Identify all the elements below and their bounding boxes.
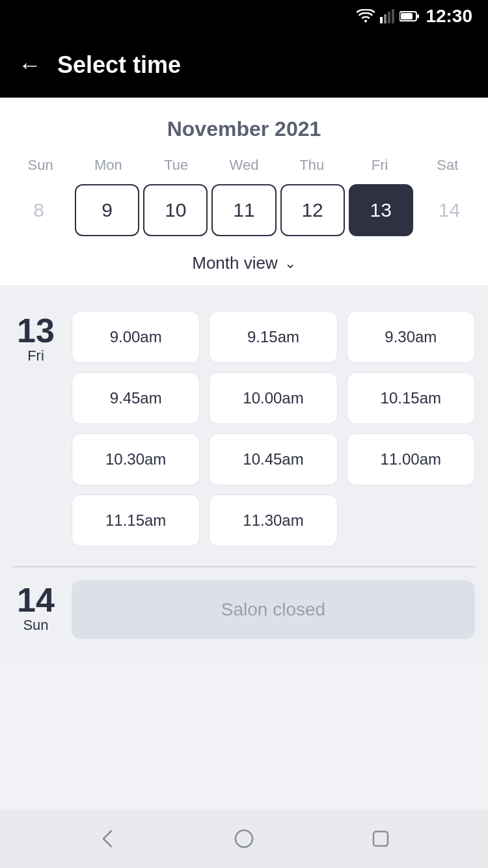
day-12[interactable]: 12 bbox=[280, 184, 345, 236]
day-header-fri: Fri bbox=[346, 152, 413, 179]
day-name-13: Fri bbox=[27, 347, 44, 364]
day-14[interactable]: 14 bbox=[417, 184, 481, 236]
signal-icon bbox=[380, 9, 394, 23]
slot-930am[interactable]: 9.30am bbox=[347, 311, 475, 363]
back-button[interactable]: ← bbox=[18, 51, 42, 79]
nav-home-button[interactable] bbox=[231, 826, 257, 852]
svg-point-0 bbox=[364, 20, 367, 23]
wifi-icon bbox=[357, 9, 375, 23]
day-header-sun: Sun bbox=[7, 152, 74, 179]
day-name-14: Sun bbox=[23, 617, 48, 634]
day-8[interactable]: 8 bbox=[7, 184, 71, 236]
day-headers: Sun Mon Tue Wed Thu Fri Sat bbox=[0, 152, 488, 179]
day-label-14: 14 Sun bbox=[13, 580, 59, 639]
time-slots-section: 13 Fri 9.00am 9.15am 9.30am 9.45am 10.00… bbox=[0, 285, 488, 658]
day-number-13: 13 bbox=[17, 314, 55, 347]
svg-rect-3 bbox=[388, 12, 390, 23]
slot-1100am[interactable]: 11.00am bbox=[347, 433, 475, 485]
month-title: November 2021 bbox=[0, 111, 488, 152]
nav-recent-button[interactable] bbox=[368, 826, 394, 852]
app-header: ← Select time bbox=[0, 33, 488, 98]
svg-rect-4 bbox=[392, 9, 394, 23]
nav-back-button[interactable] bbox=[94, 826, 120, 852]
time-grid-13: 9.00am 9.15am 9.30am 9.45am 10.00am 10.1… bbox=[72, 311, 475, 547]
status-icons bbox=[357, 9, 419, 23]
page-title: Select time bbox=[57, 51, 181, 79]
salon-closed-label: Salon closed bbox=[72, 580, 475, 639]
chevron-down-icon: ⌄ bbox=[284, 255, 296, 272]
slot-1030am[interactable]: 10.30am bbox=[72, 433, 200, 485]
slot-900am[interactable]: 9.00am bbox=[72, 311, 200, 363]
day-9[interactable]: 9 bbox=[75, 184, 139, 236]
svg-rect-6 bbox=[417, 14, 419, 18]
slot-1015am[interactable]: 10.15am bbox=[347, 372, 475, 424]
svg-rect-1 bbox=[380, 17, 383, 23]
day-block-14: 14 Sun Salon closed bbox=[13, 567, 475, 658]
month-view-label: Month view bbox=[192, 253, 278, 273]
battery-icon bbox=[400, 10, 419, 22]
day-13[interactable]: 13 bbox=[349, 184, 413, 236]
slot-1115am[interactable]: 11.15am bbox=[72, 495, 200, 547]
day-header-tue: Tue bbox=[142, 152, 210, 179]
slot-1000am[interactable]: 10.00am bbox=[209, 372, 337, 424]
day-10[interactable]: 10 bbox=[143, 184, 208, 236]
svg-rect-9 bbox=[373, 832, 388, 846]
month-view-toggle[interactable]: Month view ⌄ bbox=[0, 247, 488, 285]
day-label-13: 13 Fri bbox=[13, 311, 59, 547]
day-header-wed: Wed bbox=[210, 152, 278, 179]
slot-915am[interactable]: 9.15am bbox=[209, 311, 337, 363]
svg-rect-2 bbox=[384, 14, 386, 23]
slot-945am[interactable]: 9.45am bbox=[72, 372, 200, 424]
svg-rect-7 bbox=[401, 13, 413, 20]
status-time: 12:30 bbox=[426, 6, 472, 27]
day-block-13: 13 Fri 9.00am 9.15am 9.30am 9.45am 10.00… bbox=[13, 298, 475, 566]
day-11[interactable]: 11 bbox=[211, 184, 276, 236]
day-header-mon: Mon bbox=[74, 152, 142, 179]
bottom-nav bbox=[0, 809, 488, 868]
day-header-sat: Sat bbox=[414, 152, 481, 179]
status-bar: 12:30 bbox=[0, 0, 488, 33]
day-header-thu: Thu bbox=[278, 152, 346, 179]
svg-point-8 bbox=[236, 830, 252, 847]
day-number-14: 14 bbox=[17, 583, 55, 617]
slot-1045am[interactable]: 10.45am bbox=[209, 433, 337, 485]
week-row: 8 9 10 11 12 13 14 bbox=[0, 179, 488, 247]
calendar-section: November 2021 Sun Mon Tue Wed Thu Fri Sa… bbox=[0, 98, 488, 285]
slot-1130am[interactable]: 11.30am bbox=[209, 495, 337, 547]
